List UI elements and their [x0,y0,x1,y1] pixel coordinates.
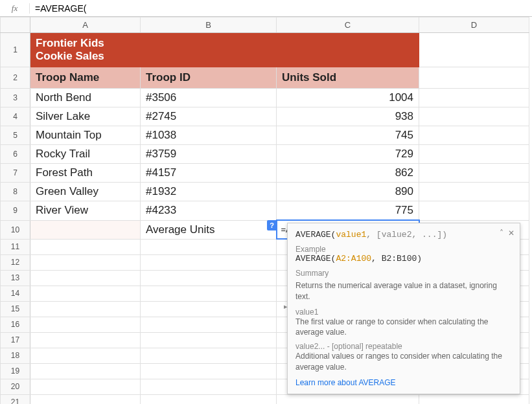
cell-B14[interactable] [141,286,277,301]
cell-C6[interactable]: 729 [277,145,419,164]
cell-D7[interactable] [419,164,529,183]
row-header-12[interactable]: 12 [1,254,30,270]
cell-D4[interactable] [419,107,529,126]
cell-B13[interactable] [141,270,277,286]
cell-C7[interactable]: 862 [277,164,419,183]
cell-D21[interactable] [419,394,529,404]
cell-C3[interactable]: 1004 [277,89,419,107]
cell-A13[interactable] [30,270,141,286]
row-header-3[interactable]: 3 [1,89,30,107]
tooltip-close-icon[interactable]: ✕ [508,229,515,238]
select-all-corner[interactable] [1,17,30,33]
formula-help-icon[interactable]: ? [267,220,277,230]
cell-D5[interactable] [419,126,529,145]
row-header-7[interactable]: 7 [1,164,30,183]
tooltip-arrow-icon: ▸ [284,302,288,311]
cell-A6[interactable]: Rocky Trail [30,145,141,164]
col-header-A[interactable]: A [30,17,141,33]
cell-A4[interactable]: Silver Lake [30,107,141,126]
cell-D9[interactable] [419,201,529,221]
row-header-16[interactable]: 16 [1,317,30,332]
col-header-D[interactable]: D [419,17,529,33]
row-header-10[interactable]: 10 [1,220,30,239]
tooltip-learn-more-link[interactable]: Learn more about AVERAGE [295,378,512,387]
cell-A21[interactable] [30,394,141,404]
col-header-B[interactable]: B [141,17,277,33]
tooltip-param2-desc: Additional values or ranges to consider … [295,351,512,373]
cell-D8[interactable] [419,183,529,201]
row-header-11[interactable]: 11 [1,239,30,254]
col-header-C[interactable]: C [277,17,419,33]
cell-A8[interactable]: Green Valley [30,183,141,201]
cell-B7[interactable]: #4157 [141,164,277,183]
cell-A15[interactable] [30,301,141,317]
cell-A5[interactable]: Mountain Top [30,126,141,145]
row-header-4[interactable]: 4 [1,107,30,126]
row-header-21[interactable]: 21 [1,394,30,404]
cell-A3[interactable]: North Bend [30,89,141,107]
cell-A14[interactable] [30,286,141,301]
cell-A19[interactable] [30,363,141,379]
cell-A16[interactable] [30,317,141,332]
cell-C1[interactable] [277,33,419,67]
row-header-9[interactable]: 9 [1,201,30,221]
cell-B4[interactable]: #2745 [141,107,277,126]
row-header-15[interactable]: 15 [1,301,30,317]
cell-C21[interactable] [277,394,419,404]
cell-C8[interactable]: 890 [277,183,419,201]
cell-B5[interactable]: #1038 [141,126,277,145]
tooltip-param2-name: value2... - [optional] repeatable [295,342,512,351]
cell-D3[interactable] [419,89,529,107]
row-header-20[interactable]: 20 [1,379,30,394]
cell-A17[interactable] [30,332,141,348]
cell-D1[interactable] [419,33,529,67]
row-header-6[interactable]: 6 [1,145,30,164]
tooltip-param1-desc: The first value or range to consider whe… [295,317,512,339]
header-units[interactable]: Units Sold [277,67,419,89]
formula-bar: fx [0,0,532,17]
formula-input[interactable] [30,2,532,15]
header-name[interactable]: Troop Name [30,67,141,89]
cell-A7[interactable]: Forest Path [30,164,141,183]
cell-B9[interactable]: #4233 [141,201,277,221]
row-header-17[interactable]: 17 [1,332,30,348]
cell-B16[interactable] [141,317,277,332]
row-header-18[interactable]: 18 [1,348,30,363]
cell-B17[interactable] [141,332,277,348]
cell-B21[interactable] [141,394,277,404]
cell-B6[interactable]: #3759 [141,145,277,164]
cell-C9[interactable]: 775 [277,201,419,221]
cell-C5[interactable]: 745 [277,126,419,145]
cell-D6[interactable] [419,145,529,164]
cell-A18[interactable] [30,348,141,363]
fx-icon[interactable]: fx [0,3,30,14]
cell-B8[interactable]: #1932 [141,183,277,201]
cell-A11[interactable] [30,239,141,254]
cell-B10[interactable]: Average Units [141,220,277,239]
row-header-8[interactable]: 8 [1,183,30,201]
row-header-13[interactable]: 13 [1,270,30,286]
cell-A20[interactable] [30,379,141,394]
cell-B1[interactable] [141,33,277,67]
row-header-19[interactable]: 19 [1,363,30,379]
cell-B20[interactable] [141,379,277,394]
tooltip-collapse-icon[interactable]: ˄ [500,229,503,238]
title-cell[interactable]: Frontier Kids Cookie Sales [30,33,141,67]
cell-B18[interactable] [141,348,277,363]
row-header-2[interactable]: 2 [1,67,30,89]
cell-D2[interactable] [419,67,529,89]
row-header-14[interactable]: 14 [1,286,30,301]
header-id[interactable]: Troop ID [141,67,277,89]
cell-C4[interactable]: 938 [277,107,419,126]
tooltip-param1-name: value1 [295,308,512,317]
cell-B12[interactable] [141,254,277,270]
cell-B19[interactable] [141,363,277,379]
row-header-1[interactable]: 1 [1,33,30,67]
cell-A12[interactable] [30,254,141,270]
cell-B11[interactable] [141,239,277,254]
cell-A9[interactable]: River View [30,201,141,221]
row-header-5[interactable]: 5 [1,126,30,145]
cell-B15[interactable] [141,301,277,317]
cell-A10[interactable] [30,220,141,239]
cell-B3[interactable]: #3506 [141,89,277,107]
